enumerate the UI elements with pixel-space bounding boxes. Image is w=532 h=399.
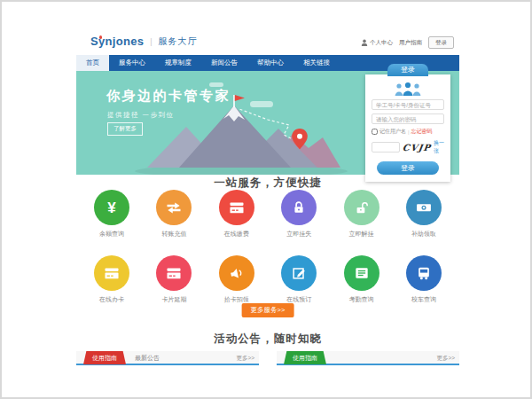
more-link[interactable]: 更多>> — [236, 351, 254, 365]
logo-dot-icon — [99, 35, 103, 39]
service-item[interactable]: 补助领取 — [395, 190, 452, 239]
password-input[interactable] — [372, 113, 444, 124]
service-label: 补助领取 — [395, 230, 452, 239]
announcement-panel-right: 使用指南 更多>> — [277, 351, 459, 397]
logo: Synjones — [90, 35, 144, 48]
nav-item-links[interactable]: 相关链接 — [293, 55, 340, 71]
service-item[interactable]: ¥ 余额查询 — [83, 190, 140, 239]
hero-cta-button[interactable]: 了解更多 — [107, 122, 143, 136]
services-row-2: 在线办卡 卡片延期 拾卡招领 在线预订 考勤查询 — [83, 255, 452, 304]
nav-item-news[interactable]: 新闻公告 — [201, 55, 247, 71]
forgot-password-link[interactable]: 忘记密码 — [411, 128, 433, 136]
service-item[interactable]: 立即挂失 — [270, 190, 327, 239]
service-label: 在线缴费 — [208, 230, 265, 239]
unlock-icon — [344, 190, 379, 225]
service-item[interactable]: 在线预订 — [270, 255, 327, 304]
logo-divider: | — [150, 37, 152, 46]
service-label: 转账充值 — [145, 230, 202, 239]
header-login-button[interactable]: 登录 — [428, 36, 454, 49]
service-item[interactable]: 卡片延期 — [145, 255, 202, 304]
service-label: 立即解挂 — [333, 230, 390, 239]
nav-item-help[interactable]: 帮助中心 — [247, 55, 293, 71]
hero-title: 你身边的卡管专家 — [106, 88, 231, 105]
service-item[interactable]: 校车查询 — [395, 255, 452, 304]
panel-head: 使用指南 最新公告 更多>> — [76, 351, 259, 365]
header: Synjones | 服务大厅 个人中心 用户指南 登录 — [76, 28, 459, 55]
nav-item-rules[interactable]: 规章制度 — [155, 55, 201, 71]
announcements-heading: 活动公告，随时知晓 — [76, 332, 459, 347]
bus-icon — [406, 255, 442, 291]
header-links: 个人中心 用户指南 登录 — [361, 36, 454, 49]
personal-center-link[interactable]: 个人中心 — [361, 39, 393, 47]
page: { "header": { "logo_text": "Synjones", "… — [0, 0, 532, 399]
service-label: 在线办卡 — [83, 295, 140, 304]
hero-subtitle: 提供捷径 一步到位 — [107, 111, 175, 120]
service-item[interactable]: 立即解挂 — [333, 190, 390, 239]
panel-head: 使用指南 更多>> — [277, 351, 459, 365]
megaphone-icon — [219, 255, 254, 291]
service-label: 立即挂失 — [270, 230, 327, 239]
nav-item-service-center[interactable]: 服务中心 — [109, 55, 155, 71]
users-icon — [393, 82, 423, 96]
mountains-illustration — [135, 93, 348, 175]
hero-banner: 你身边的卡管专家 提供捷径 一步到位 了解更多 登录 记住用户名 | 忘记密码 — [76, 71, 459, 175]
remember-checkbox[interactable] — [372, 129, 378, 135]
remember-label: 记住用户名 — [379, 128, 406, 136]
bank-card-icon — [94, 255, 129, 291]
usage-guide-ribbon[interactable]: 使用指南 — [83, 351, 126, 364]
bank-card-icon — [156, 255, 192, 291]
brand[interactable]: Synjones | 服务大厅 — [90, 35, 198, 48]
more-link[interactable]: 更多>> — [436, 351, 455, 365]
banknote-icon — [406, 190, 442, 225]
service-item[interactable]: 转账充值 — [145, 190, 202, 239]
more-services-button[interactable]: 更多服务>> — [242, 303, 294, 317]
service-label: 余额查询 — [83, 230, 140, 239]
options-divider: | — [408, 129, 410, 135]
service-label: 考勤查询 — [333, 295, 390, 304]
service-item[interactable]: 考勤查询 — [333, 255, 390, 304]
captcha-refresh-link[interactable]: 换一张 — [434, 139, 444, 155]
service-item[interactable]: 在线缴费 — [208, 190, 265, 239]
login-tab[interactable]: 登录 — [387, 64, 428, 76]
captcha-row: CVJP 换一张 — [372, 139, 444, 155]
bank-card-icon — [219, 190, 254, 225]
account-input[interactable] — [372, 99, 444, 110]
site-container: Synjones | 服务大厅 个人中心 用户指南 登录 首页 服务中心 规章制… — [76, 2, 459, 397]
lock-icon — [281, 190, 317, 225]
service-label: 卡片延期 — [145, 295, 202, 304]
services-row-1: ¥ 余额查询 转账充值 在线缴费 立即挂失 立即解挂 — [83, 190, 452, 239]
user-guide-link[interactable]: 用户指南 — [399, 39, 422, 47]
edit-icon — [281, 255, 317, 291]
login-form: 记住用户名 | 忘记密码 CVJP 换一张 登录 — [365, 74, 450, 182]
login-panel: 登录 记住用户名 | 忘记密码 CVJP 换一张 — [365, 64, 450, 182]
attendance-icon — [344, 255, 379, 291]
announcement-panel-left: 使用指南 最新公告 更多>> — [76, 351, 259, 397]
captcha-input[interactable] — [372, 142, 400, 153]
login-submit-button[interactable]: 登录 — [377, 161, 440, 175]
latest-announcements-tab[interactable]: 最新公告 — [135, 351, 160, 365]
transfer-icon — [156, 190, 192, 225]
portal-name: 服务大厅 — [159, 35, 198, 48]
service-item[interactable]: 拾卡招领 — [208, 255, 265, 304]
flag-icon — [235, 95, 245, 101]
usage-guide-ribbon[interactable]: 使用指南 — [284, 351, 326, 364]
login-options: 记住用户名 | 忘记密码 — [372, 128, 444, 136]
captcha-image: CVJP — [402, 143, 432, 153]
cloud-icon — [209, 82, 223, 87]
nav-item-home[interactable]: 首页 — [76, 55, 109, 71]
service-item[interactable]: 在线办卡 — [83, 255, 140, 304]
service-label: 校车查询 — [395, 295, 452, 304]
yuan-icon: ¥ — [94, 190, 129, 225]
person-icon — [361, 39, 368, 46]
